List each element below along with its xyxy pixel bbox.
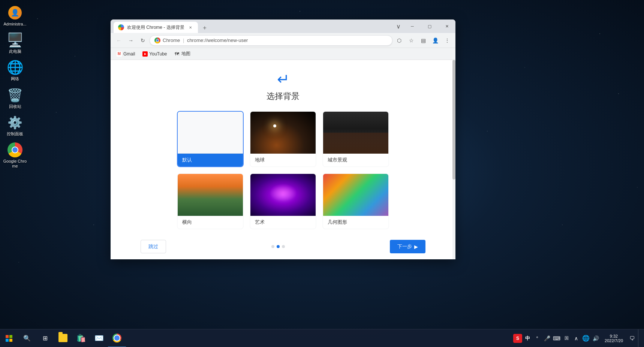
dot-2[interactable] [277,245,280,248]
this-pc-icon: 🖥️ [7,33,22,48]
menu-button[interactable]: ⋮ [442,35,452,46]
taskbar-app-file-explorer[interactable] [54,329,72,347]
chrome-tab-close-button[interactable]: ✕ [187,24,193,30]
control-panel-icon: ⚙️ [7,115,22,130]
dot-1 [271,245,274,248]
address-bar[interactable]: Chrome | chrome://welcome/new-user [150,35,392,46]
task-view-button[interactable]: ⊞ [36,329,54,347]
start-button[interactable] [0,329,18,347]
mail-icon: ✉️ [94,334,104,343]
volume-icon[interactable]: 🔊 [591,334,600,343]
desktop-icon-this-pc[interactable]: 🖥️ 此电脑 [1,31,28,55]
landscape-thumbnail [178,174,243,216]
bookmark-maps-label: 地图 [181,51,190,57]
admin-icon: 👤 [7,5,22,20]
desktop-icon-chrome[interactable]: Google Chrome [1,141,28,170]
taskbar-search-button[interactable]: 🔍 [18,329,36,347]
chrome-window-controls: ─ ▢ ✕ [404,19,455,33]
bookmark-gmail[interactable]: M Gmail [114,50,138,58]
this-pc-label: 此电脑 [9,49,21,54]
taskbar: 🔍 ⊞ 🛍️ ✉️ [0,329,644,347]
store-icon: 🛍️ [76,334,86,343]
control-panel-label: 控制面板 [7,132,23,136]
bookmark-youtube[interactable]: YouTube [139,50,170,58]
bookmark-gmail-label: Gmail [123,51,135,57]
reload-button[interactable]: ↻ [138,35,148,46]
bg-card-art[interactable]: 艺术 [250,173,316,229]
svg-rect-1 [9,335,12,338]
search-icon: 🔍 [23,335,31,342]
taskbar-date: 2022/7/20 [605,338,623,343]
taskbar-right: S 中 ° 🎤 ⌨ 国 ∧ 🌐 🔊 9:32 2022/7/20 🗨 [513,329,644,347]
taskbar-app-store[interactable]: 🛍️ [72,329,90,347]
next-button[interactable]: 下一步 ▶ [390,240,425,253]
welcome-bottom-controls: 跳过 下一步 ▶ [126,240,440,253]
sougou-icon[interactable]: S [513,334,522,343]
ime-extra-icon[interactable]: 国 [562,334,571,343]
bg-card-default[interactable]: 默认 [177,111,244,167]
network-label: 网络 [11,76,19,81]
next-button-label: 下一步 [397,243,412,250]
notification-button[interactable]: 🗨 [628,334,637,343]
taskbar-clock[interactable]: 9:32 2022/7/20 [602,334,626,343]
keyboard-icon[interactable]: ⌨ [552,334,561,343]
show-hidden-icons-button[interactable]: ∧ [572,334,581,343]
bookmark-maps[interactable]: 🗺 地图 [172,49,193,58]
desktop-icon-recycle[interactable]: 🗑️ 回收站 [1,86,28,111]
address-bar-text: Chrome | chrome://welcome/new-user [163,37,388,43]
profile-button[interactable]: 👤 [430,35,440,46]
chrome-maximize-button[interactable]: ▢ [421,19,438,33]
dot-3[interactable] [282,245,285,248]
file-explorer-icon [58,334,67,342]
bookmarks-bar: M Gmail YouTube 🗺 地图 [111,48,455,60]
page-dots [271,245,285,248]
bg-card-geo[interactable]: 几何图形 [322,173,389,229]
chrome-desktop-label: Google Chrome [3,159,27,169]
youtube-favicon [142,51,148,57]
art-thumbnail [250,174,316,216]
earth-thumbnail [250,112,316,154]
maps-favicon: 🗺 [175,51,180,57]
svg-rect-2 [6,339,9,342]
gmail-favicon: M [117,51,122,57]
cast-button[interactable]: ⬡ [394,35,404,46]
forward-button[interactable]: → [126,35,136,46]
taskbar-app-mail[interactable]: ✉️ [90,329,108,347]
network-tray-icon[interactable]: 🌐 [581,334,590,343]
default-card-image [178,112,243,154]
bg-card-earth[interactable]: 地球 [250,111,316,167]
art-label: 艺术 [250,216,316,229]
punctuation-icon[interactable]: ° [533,334,542,343]
mic-icon[interactable]: 🎤 [542,334,551,343]
skip-button[interactable]: 跳过 [141,240,166,253]
bookmark-button[interactable]: ☆ [406,35,416,46]
chrome-tab-scroll-button[interactable]: ∨ [394,21,403,31]
welcome-page: ↵ 选择背景 默认 地球 [111,60,455,259]
chrome-tab-active[interactable]: 欢迎使用 Chrome - 选择背景 ✕ [114,22,198,33]
ime-icon[interactable]: 中 [523,334,532,343]
desktop-icons: 👤 Administra... 🖥️ 此电脑 🌐 网络 🗑️ 回收站 ⚙️ 控制… [0,0,30,170]
sidebar-button[interactable]: ▤ [418,35,428,46]
chrome-close-button[interactable]: ✕ [438,19,455,33]
recycle-icon: 🗑️ [7,88,22,103]
chrome-scrollbar[interactable] [452,60,455,259]
back-button[interactable]: ← [114,35,124,46]
desktop-icon-network[interactable]: 🌐 网络 [1,58,28,83]
bg-card-landscape[interactable]: 横向 [177,173,244,229]
earth-label: 地球 [250,154,316,166]
landscape-label-container: 横向 [178,216,243,229]
desktop-icon-admin[interactable]: 👤 Administra... [1,4,28,28]
taskbar-app-chrome[interactable] [108,329,126,347]
svg-rect-3 [9,339,12,342]
chrome-minimize-button[interactable]: ─ [404,19,421,33]
backgrounds-grid: 默认 地球 城市景观 [177,111,389,229]
show-desktop-button[interactable] [638,329,641,347]
chrome-new-tab-button[interactable]: ＋ [199,22,210,33]
city-label-container: 城市景观 [323,154,388,166]
welcome-content: ↵ 选择背景 默认 地球 [111,60,455,259]
taskbar-time: 9:32 [610,334,618,338]
geo-label-container: 几何图形 [323,216,388,229]
desktop-icon-control-panel[interactable]: ⚙️ 控制面板 [1,114,28,138]
bg-card-city[interactable]: 城市景观 [322,111,389,167]
next-arrow-icon: ▶ [414,244,418,250]
